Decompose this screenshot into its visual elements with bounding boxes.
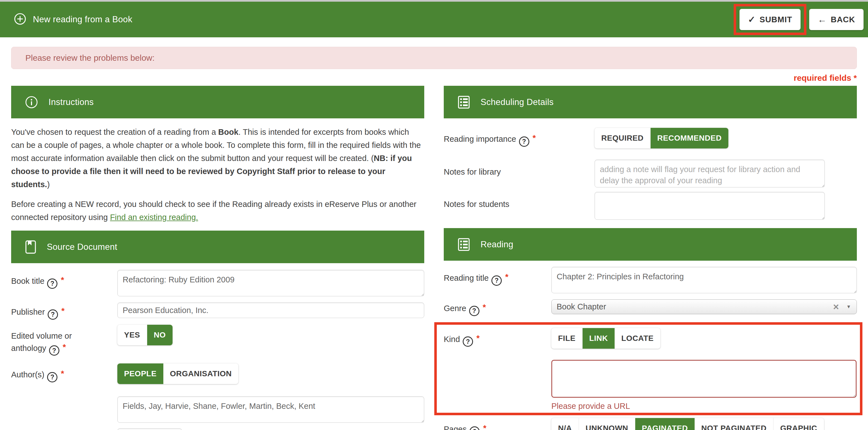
kind-row: Kind?* FILELINKLOCATE Please provide a U… xyxy=(444,328,857,411)
help-icon[interactable]: ? xyxy=(48,309,58,320)
reading-panel-header: Reading xyxy=(444,228,857,261)
toggle-option-organisation[interactable]: ORGANISATION xyxy=(163,363,239,384)
back-arrow-icon: ← xyxy=(817,15,827,24)
instructions-paragraph-1: You've chosen to request the creation of… xyxy=(11,126,424,191)
pages-label: Pages?* xyxy=(444,418,551,430)
publisher-label: Publisher?* xyxy=(11,302,117,320)
toggle-option-n-a[interactable]: N/A xyxy=(551,418,579,430)
kind-toggle: FILELINKLOCATE xyxy=(551,328,660,349)
submit-button-label: SUBMIT xyxy=(760,15,792,24)
instr-text: You've chosen to request the creation of… xyxy=(11,128,218,136)
toggle-option-paginated[interactable]: PAGINATED xyxy=(635,418,694,430)
help-icon[interactable]: ? xyxy=(519,136,529,147)
required-asterisk: * xyxy=(61,275,64,284)
kind-label: Kind?* xyxy=(444,328,551,347)
publisher-input[interactable] xyxy=(117,302,424,318)
reading-title-row: Reading title?* Chapter 2: Principles in… xyxy=(444,267,857,294)
year-published-input[interactable] xyxy=(117,428,182,430)
source-document-panel-title: Source Document xyxy=(47,242,117,252)
authors-type-row: Author(s)?* PEOPLEORGANISATION xyxy=(11,363,424,384)
toggle-option-file[interactable]: FILE xyxy=(551,328,583,349)
notes-library-input[interactable] xyxy=(594,160,825,188)
label-text: Book title xyxy=(11,276,44,286)
toggle-option-required[interactable]: REQUIRED xyxy=(594,128,651,148)
required-asterisk: * xyxy=(61,369,64,378)
help-icon[interactable]: ? xyxy=(469,306,479,316)
required-asterisk: * xyxy=(476,333,480,342)
pages-row: Pages?* N/AUNKNOWNPAGINATEDNOT PAGINATED… xyxy=(444,418,857,430)
instructions-panel-title: Instructions xyxy=(49,97,94,107)
toggle-option-no[interactable]: NO xyxy=(147,325,173,345)
find-existing-reading-link[interactable]: Find an existing reading. xyxy=(110,213,198,222)
toggle-option-recommended[interactable]: RECOMMENDED xyxy=(651,128,728,148)
required-fields-note: required fields * xyxy=(11,72,857,84)
notes-students-input[interactable] xyxy=(594,192,825,220)
toggle-option-link[interactable]: LINK xyxy=(583,328,615,349)
instructions-paragraph-2: Before creating a NEW record, you should… xyxy=(11,198,424,224)
toggle-option-locate[interactable]: LOCATE xyxy=(615,328,660,349)
year-published-label: Year published?* xyxy=(11,428,117,430)
toggle-option-unknown[interactable]: UNKNOWN xyxy=(579,418,635,430)
help-icon[interactable]: ? xyxy=(469,426,480,430)
dropdown-caret-icon[interactable]: ▼ xyxy=(846,304,851,310)
book-title-row: Book title?* Refactoring: Ruby Edition 2… xyxy=(11,270,424,297)
genre-select[interactable]: Book Chapter ✕ ▼ xyxy=(551,299,857,314)
required-asterisk: * xyxy=(61,306,65,315)
label-text: Notes for students xyxy=(444,200,509,208)
reading-title-label: Reading title?* xyxy=(444,267,551,286)
submit-button[interactable]: ✓ SUBMIT xyxy=(740,9,801,30)
form-columns: Instructions You've chosen to request th… xyxy=(11,86,857,430)
reading-importance-label: Reading importance?* xyxy=(444,128,594,147)
label-text: Genre xyxy=(444,304,466,313)
error-banner: Please review the problems below: xyxy=(11,47,857,69)
pages-toggle: N/AUNKNOWNPAGINATEDNOT PAGINATEDGRAPHIC xyxy=(551,418,824,430)
document-bookmark-icon xyxy=(25,240,36,254)
scheduling-panel-header: Scheduling Details xyxy=(444,86,857,119)
edited-volume-toggle: YESNO xyxy=(117,325,173,345)
book-title-input[interactable]: Refactoring: Ruby Edition 2009 xyxy=(117,270,424,296)
label-text: Notes for library xyxy=(444,167,501,176)
toggle-option-graphic[interactable]: GRAPHIC xyxy=(774,418,824,430)
reading-panel-title: Reading xyxy=(480,239,514,250)
genre-label: Genre?* xyxy=(444,299,551,316)
notes-library-row: Notes for library xyxy=(444,160,857,189)
authors-value-row: Fields, Jay, Harvie, Shane, Fowler, Mart… xyxy=(11,396,424,424)
help-icon[interactable]: ? xyxy=(47,372,57,383)
authors-type-toggle: PEOPLEORGANISATION xyxy=(117,363,238,384)
help-icon[interactable]: ? xyxy=(491,275,502,286)
year-published-row: Year published?* xyxy=(11,428,424,430)
label-text: Pages xyxy=(444,425,467,430)
reading-importance-toggle: REQUIREDRECOMMENDED xyxy=(594,128,728,148)
authors-input[interactable]: Fields, Jay, Harvie, Shane, Fowler, Mart… xyxy=(117,396,424,423)
app-header: New reading from a Book ✓ SUBMIT ← BACK xyxy=(0,2,868,37)
page: New reading from a Book ✓ SUBMIT ← BACK … xyxy=(0,0,868,430)
header-left: New reading from a Book xyxy=(14,13,132,26)
help-icon[interactable]: ? xyxy=(49,345,59,356)
required-asterisk: * xyxy=(483,423,487,430)
left-column: Instructions You've chosen to request th… xyxy=(11,86,424,430)
reading-title-input[interactable]: Chapter 2: Principles in Refactoring xyxy=(551,267,857,293)
kind-annotation-box: Kind?* FILELINKLOCATE Please provide a U… xyxy=(434,322,862,415)
header-actions: ✓ SUBMIT ← BACK xyxy=(734,4,864,35)
url-error-message: Please provide a URL xyxy=(551,400,857,411)
label-text: Reading title xyxy=(444,273,489,283)
back-button-label: BACK xyxy=(831,15,855,24)
help-icon[interactable]: ? xyxy=(463,336,473,347)
help-icon[interactable]: ? xyxy=(47,278,57,289)
check-icon: ✓ xyxy=(748,15,756,24)
toggle-option-not-paginated[interactable]: NOT PAGINATED xyxy=(694,418,774,430)
genre-selected-value: Book Chapter xyxy=(557,302,606,311)
page-title: New reading from a Book xyxy=(33,14,132,25)
url-input[interactable] xyxy=(551,360,857,398)
toggle-option-people[interactable]: PEOPLE xyxy=(117,363,163,384)
label-text: Kind xyxy=(444,335,460,344)
toggle-option-yes[interactable]: YES xyxy=(117,325,147,345)
required-asterisk: * xyxy=(63,342,66,352)
label-text: Author(s) xyxy=(11,370,44,379)
genre-row: Genre?* Book Chapter ✕ ▼ xyxy=(444,299,857,316)
source-document-panel-header: Source Document xyxy=(11,231,424,263)
back-button[interactable]: ← BACK xyxy=(809,9,864,30)
notes-library-label: Notes for library xyxy=(444,160,594,178)
clear-selection-icon[interactable]: ✕ xyxy=(833,302,839,311)
instr-bold-book: Book xyxy=(218,128,239,136)
